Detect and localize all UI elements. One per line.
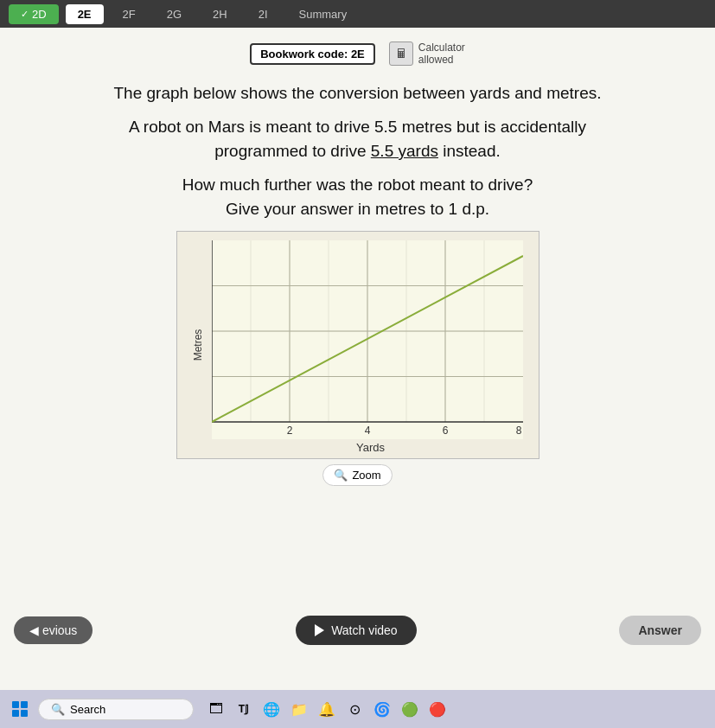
taskbar-icon-red[interactable]: 🔴 [425,697,450,721]
tab-2D[interactable]: ✓ 2D [9,4,59,24]
tab-2E[interactable]: 2E [66,4,104,24]
graph-area: 0 2 4 6 8 2 4 6 8 [212,240,523,439]
search-label: Search [70,703,105,716]
tab-summary-label: Summary [299,8,348,21]
play-icon [315,624,324,636]
tab-summary[interactable]: Summary [287,4,360,24]
bookwork-bar: Bookwork code: 2E 🖩 Calculatorallowed [17,42,698,66]
bottom-bar: ◀ evious Watch video Answer [0,609,715,652]
svg-text:6: 6 [442,425,448,437]
watch-video-label: Watch video [331,623,398,637]
previous-label: evious [42,623,77,637]
tab-2I-label: 2I [259,8,268,21]
taskbar-icon-files[interactable]: 📁 [287,697,311,721]
tab-2F[interactable]: 2F [111,4,148,24]
tab-2E-label: 2E [78,8,92,21]
question-line2: A robot on Mars is meant to drive 5.5 me… [17,115,698,140]
question-line3: programmed to drive 5.5 yards instead. [17,139,698,164]
calculator-allowed: 🖩 Calculatorallowed [389,42,465,66]
taskbar: 🔍 Search 🗔 T𝕁 🌐 📁 🔔 ⊙ 🌀 🟢 🔴 [0,690,715,728]
taskbar-icon-browser[interactable]: 🌐 [259,697,284,721]
graph-container: Metres [176,231,539,486]
tab-2H[interactable]: 2H [201,4,239,24]
taskbar-icon-green[interactable]: 🟢 [398,697,422,721]
taskbar-icon-circle[interactable]: ⊙ [342,697,367,721]
tab-2F-label: 2F [123,8,136,21]
start-button[interactable] [7,696,33,722]
graph-x-label: Yards [212,441,530,454]
answer-button[interactable]: Answer [619,616,701,645]
tab-2G-label: 2G [167,8,182,21]
zoom-icon: 🔍 [334,469,348,482]
answer-label: Answer [638,623,682,637]
graph-svg: 0 2 4 6 8 2 4 6 8 [212,240,523,439]
svg-text:8: 8 [515,425,521,437]
previous-button[interactable]: ◀ evious [14,616,93,644]
taskbar-icon-desktop[interactable]: 🗔 [204,697,228,721]
question-line5: Give your answer in metres to 1 d.p. [17,197,698,222]
zoom-button[interactable]: 🔍 Zoom [322,464,392,486]
taskbar-icon-spiral[interactable]: 🌀 [370,697,394,721]
svg-text:2: 2 [286,425,292,437]
windows-logo-icon [12,701,28,717]
main-content: Bookwork code: 2E 🖩 Calculatorallowed Th… [0,28,715,690]
graph-wrapper: Metres [176,231,539,459]
previous-arrow-icon: ◀ [29,623,39,637]
graph-y-label: Metres [192,329,204,361]
zoom-label: Zoom [352,469,380,482]
taskbar-icons: 🗔 T𝕁 🌐 📁 🔔 ⊙ 🌀 🟢 🔴 [204,697,450,721]
tab-2H-label: 2H [213,8,227,21]
taskbar-icon-tj[interactable]: T𝕁 [232,697,256,721]
top-navigation: ✓ 2D 2E 2F 2G 2H 2I Summary [0,0,715,28]
taskbar-icon-notification[interactable]: 🔔 [315,697,339,721]
question-line1: The graph below shows the conversion bet… [17,81,698,106]
bookwork-code-badge: Bookwork code: 2E [250,43,375,65]
tab-2G[interactable]: 2G [155,4,194,24]
search-icon: 🔍 [51,703,65,716]
tab-2D-label: 2D [32,8,47,21]
question-text: The graph below shows the conversion bet… [17,81,698,222]
calculator-icon: 🖩 [389,42,413,66]
watch-video-button[interactable]: Watch video [296,616,417,645]
calculator-label: Calculatorallowed [418,42,465,66]
question-line4: How much further was the robot meant to … [17,173,698,198]
tab-2I[interactable]: 2I [246,4,280,24]
svg-text:4: 4 [364,425,370,437]
taskbar-search[interactable]: 🔍 Search [38,699,194,720]
